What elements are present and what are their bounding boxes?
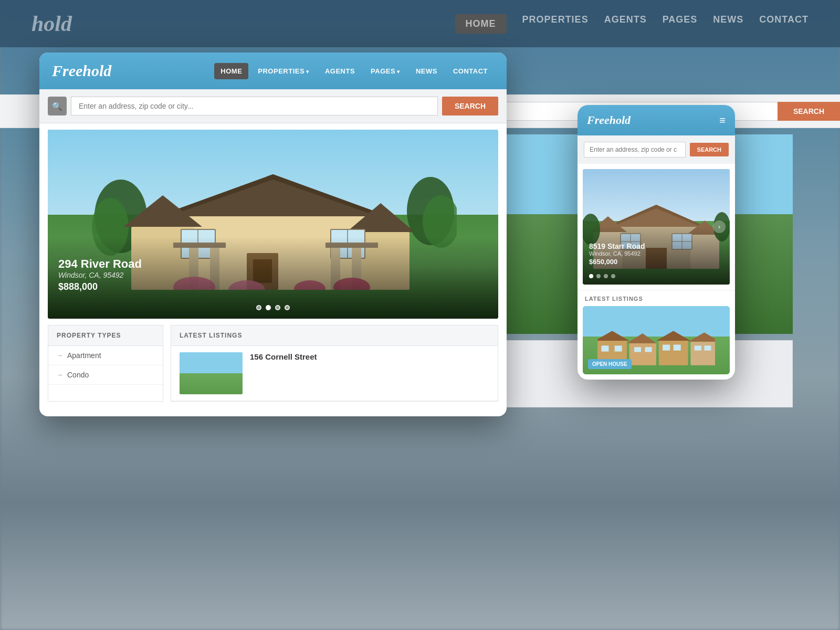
bg-nav-items: HOME PROPERTIES AGENTS PAGES NEWS CONTAC… xyxy=(455,14,808,34)
mobile-search-bar: SEARCH xyxy=(578,135,735,164)
desktop-logo: Freehold xyxy=(52,62,111,80)
open-house-badge: OPEN HOUSE xyxy=(588,359,632,369)
carousel-city: Windsor, CA, 95492 xyxy=(58,271,488,279)
carousel-dot-3[interactable] xyxy=(275,305,280,310)
svg-rect-51 xyxy=(690,342,715,365)
mobile-window: Freehold ≡ SEARCH xyxy=(578,105,735,380)
svg-marker-52 xyxy=(688,332,715,342)
carousel-price: $888,000 xyxy=(58,281,488,292)
desktop-bottom-sections: PROPERTY TYPES Apartment Condo LATEST LI… xyxy=(48,325,498,410)
desktop-nav-pages[interactable]: PAGES xyxy=(364,63,406,79)
desktop-search-bar: 🔍 SEARCH xyxy=(39,89,507,123)
carousel-dots xyxy=(256,305,290,310)
mobile-dot-1[interactable] xyxy=(589,274,593,278)
prop-type-condo[interactable]: Condo xyxy=(48,365,163,385)
carousel-image: 294 River Road Windsor, CA, 95492 $888,0… xyxy=(48,130,498,319)
svg-rect-55 xyxy=(634,347,641,352)
hamburger-menu[interactable]: ≡ xyxy=(719,114,726,127)
carousel-dot-2[interactable] xyxy=(266,305,271,310)
background-nav: hold HOME PROPERTIES AGENTS PAGES NEWS C… xyxy=(0,0,840,47)
bg-nav-agents: AGENTS xyxy=(604,14,647,34)
listing-address-1[interactable]: 156 Cornell Street xyxy=(250,352,489,361)
svg-marker-48 xyxy=(627,333,656,343)
bg-nav-home: HOME xyxy=(455,14,507,34)
latest-listings-header: LATEST LISTINGS xyxy=(171,326,498,346)
svg-rect-56 xyxy=(645,347,652,352)
listing-thumb-1 xyxy=(180,352,243,394)
desktop-nav-news[interactable]: NEWS xyxy=(410,63,444,79)
mobile-carousel-dots xyxy=(589,274,615,278)
desktop-nav-agents[interactable]: AGENTS xyxy=(319,63,361,79)
desktop-nav-contact[interactable]: CONTACT xyxy=(447,63,494,79)
svg-rect-53 xyxy=(601,345,608,351)
mobile-header: Freehold ≡ xyxy=(578,105,735,135)
desktop-nav-properties[interactable]: PROPERTIES xyxy=(251,63,316,79)
desktop-nav-home[interactable]: HOME xyxy=(214,63,248,79)
desktop-carousel: 294 River Road Windsor, CA, 95492 $888,0… xyxy=(48,130,498,319)
desktop-nav: HOME PROPERTIES AGENTS PAGES NEWS CONTAC… xyxy=(214,63,494,79)
svg-rect-47 xyxy=(629,343,656,365)
mobile-listing-item[interactable]: OPEN HOUSE xyxy=(583,306,730,374)
mobile-dot-4[interactable] xyxy=(611,274,615,278)
mobile-carousel: 8519 Starr Road Windsor, CA, 95492 $650,… xyxy=(583,169,730,285)
search-icon: 🔍 xyxy=(52,101,62,111)
mobile-latest-listings-header: LATEST LISTINGS xyxy=(578,290,735,306)
mobile-carousel-price: $650,000 xyxy=(589,258,723,266)
svg-rect-54 xyxy=(615,345,622,351)
mobile-carousel-address: 8519 Starr Road xyxy=(589,242,723,250)
desktop-window: Freehold HOME PROPERTIES AGENTS PAGES NE… xyxy=(39,52,507,416)
carousel-dot-1[interactable] xyxy=(256,305,261,310)
svg-rect-59 xyxy=(695,345,701,350)
property-types-panel: PROPERTY TYPES Apartment Condo xyxy=(48,325,163,402)
listing-item-1: 156 Cornell Street xyxy=(171,346,498,401)
bg-nav-contact: CONTACT xyxy=(759,14,808,34)
listing-details-1: 156 Cornell Street xyxy=(250,352,489,394)
carousel-address: 294 River Road xyxy=(58,257,488,271)
search-icon-button[interactable]: 🔍 xyxy=(48,97,67,116)
svg-marker-50 xyxy=(656,331,690,341)
property-types-header: PROPERTY TYPES xyxy=(48,326,163,346)
mobile-carousel-image: 8519 Starr Road Windsor, CA, 95492 $650,… xyxy=(583,169,730,285)
search-input[interactable] xyxy=(71,97,438,116)
carousel-dot-4[interactable] xyxy=(285,305,290,310)
mobile-dot-2[interactable] xyxy=(596,274,601,278)
svg-rect-49 xyxy=(659,341,688,365)
bg-logo: hold xyxy=(32,11,72,36)
mobile-search-input[interactable] xyxy=(584,142,686,158)
mobile-search-button[interactable]: SEARCH xyxy=(690,143,729,156)
bg-nav-news: NEWS xyxy=(713,14,743,34)
mobile-carousel-city: Windsor, CA, 95492 xyxy=(589,250,723,257)
search-button[interactable]: SEARCH xyxy=(442,97,498,116)
mobile-dot-3[interactable] xyxy=(604,274,608,278)
mobile-logo: Freehold xyxy=(587,113,631,127)
bg-nav-properties: PROPERTIES xyxy=(522,14,589,34)
svg-rect-58 xyxy=(674,344,681,350)
bg-nav-pages: PAGES xyxy=(663,14,698,34)
desktop-header: Freehold HOME PROPERTIES AGENTS PAGES NE… xyxy=(39,52,507,89)
svg-marker-46 xyxy=(597,331,629,341)
svg-rect-57 xyxy=(663,344,670,350)
mobile-carousel-next[interactable]: › xyxy=(713,220,726,233)
latest-listings-panel: LATEST LISTINGS 156 Cornell Street xyxy=(171,325,498,402)
svg-rect-60 xyxy=(704,345,711,350)
svg-marker-3 xyxy=(158,174,388,216)
prop-type-apartment[interactable]: Apartment xyxy=(48,346,163,365)
